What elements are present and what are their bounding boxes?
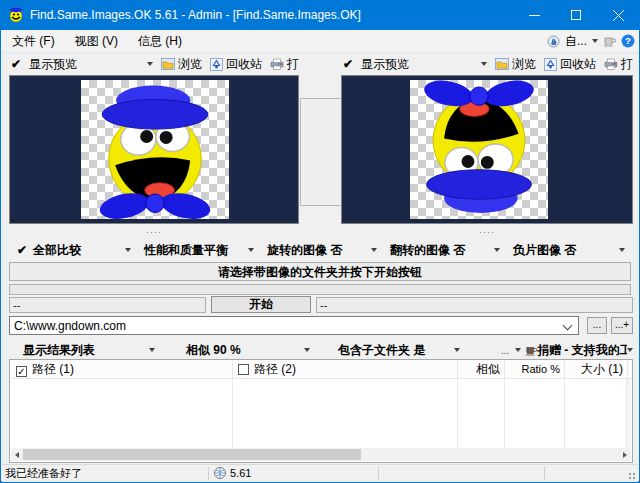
right-preview-pane[interactable]: [341, 75, 633, 224]
quality-arrow-icon[interactable]: [248, 248, 254, 252]
minimize-button[interactable]: [513, 0, 555, 30]
app-window: Find.Same.Images.OK 5.61 - Admin - [Find…: [0, 0, 640, 483]
column-divider-1: [232, 360, 233, 448]
browse-folder-button[interactable]: ...: [587, 317, 607, 334]
right-recycle-label[interactable]: 回收站: [560, 56, 596, 73]
right-preview-check-icon[interactable]: ✔: [343, 57, 353, 71]
option-subfolders[interactable]: 包含子文件夹 是: [338, 343, 460, 357]
horizontal-scrollbar[interactable]: [11, 448, 631, 461]
hand-pointer-icon[interactable]: [547, 35, 560, 48]
path1-checkbox[interactable]: ✓: [16, 366, 27, 377]
rotated-label: 旋转的图像 否: [267, 242, 342, 259]
auto-menu-arrow-icon[interactable]: [592, 39, 598, 43]
scroll-right-icon: [623, 452, 627, 458]
help-icon[interactable]: ?: [621, 34, 635, 48]
results-table-header: ✓路径 (1) 路径 (2) 相似 Ratio % 大小 (1): [10, 360, 632, 379]
donate-cup-icon[interactable]: [603, 35, 616, 47]
app-smiley-icon: [8, 7, 24, 23]
setting-negative[interactable]: 负片图像 否: [513, 243, 625, 257]
column-header-path2[interactable]: 路径 (2): [238, 360, 296, 379]
right-print-icon[interactable]: [604, 58, 618, 70]
left-browse-label[interactable]: 浏览: [178, 56, 202, 73]
column-header-size[interactable]: 大小 (1): [570, 360, 623, 379]
menubar: 文件 (F) 视图 (V) 信息 (H) 自... ?: [2, 30, 639, 53]
negative-arrow-icon[interactable]: [619, 248, 625, 252]
path2-checkbox[interactable]: [238, 364, 249, 375]
option-result-list[interactable]: 显示结果列表: [23, 343, 155, 357]
result-list-label: 显示结果列表: [23, 342, 95, 359]
similarity-arrow-icon[interactable]: [304, 348, 310, 352]
add-folder-button[interactable]: ...+: [611, 317, 633, 334]
result-list-arrow-icon[interactable]: [149, 348, 155, 352]
left-recycle-label[interactable]: 回收站: [226, 56, 262, 73]
option-similarity[interactable]: 相似 90 %: [186, 343, 310, 357]
menu-view[interactable]: 视图 (V): [65, 30, 128, 52]
pane-splitter[interactable]: [300, 98, 340, 206]
right-browse-folder-icon[interactable]: [495, 58, 509, 70]
close-button[interactable]: [597, 0, 639, 30]
left-preview-pane[interactable]: [9, 75, 299, 224]
vertical-scrollbar-area[interactable]: [626, 379, 631, 448]
scrollbar-thumb[interactable]: [23, 449, 361, 460]
right-preview-arrow-icon[interactable]: [481, 62, 487, 66]
instruction-banner: 请选择带图像的文件夹并按下开始按钮: [9, 262, 631, 281]
right-print-label[interactable]: 打: [621, 56, 633, 73]
setting-rotated[interactable]: 旋转的图像 否: [267, 243, 377, 257]
menu-file[interactable]: 文件 (F): [2, 30, 65, 52]
column-header-ratio[interactable]: Ratio %: [510, 360, 560, 379]
rotated-arrow-icon[interactable]: [371, 248, 377, 252]
titlebar[interactable]: Find.Same.Images.OK 5.61 - Admin - [Find…: [1, 0, 639, 30]
left-preview-image: [81, 80, 229, 219]
right-recycle-bin-icon[interactable]: [544, 58, 557, 71]
overflow-label: ...: [501, 345, 509, 356]
quality-label: 性能和质量平衡: [144, 242, 228, 259]
right-splitter-dots[interactable]: ····: [341, 227, 633, 237]
menu-info[interactable]: 信息 (H): [128, 30, 192, 52]
donate-button[interactable]: 捐赠 - 支持我的工...: [525, 343, 633, 357]
left-pane-toolbar: ✔ 显示预览 浏览 回收站 打: [11, 54, 299, 74]
progress-bar: [9, 284, 631, 295]
left-recycle-bin-icon[interactable]: [210, 58, 223, 71]
results-table[interactable]: ✓路径 (1) 路径 (2) 相似 Ratio % 大小 (1): [9, 359, 633, 463]
status-version: 5.61: [230, 466, 251, 481]
compare-all-arrow-icon[interactable]: [125, 248, 131, 252]
similarity-label: 相似 90 %: [186, 342, 241, 359]
combobox-chevron-icon[interactable]: [563, 321, 573, 331]
toolbar-overflow[interactable]: ...: [501, 343, 521, 357]
left-browse-folder-icon[interactable]: [161, 58, 175, 70]
left-preview-arrow-icon[interactable]: [147, 62, 153, 66]
setting-flipped[interactable]: 翻转的图像 否: [390, 243, 500, 257]
folder-path-input[interactable]: [10, 319, 564, 333]
left-print-label[interactable]: 打: [287, 56, 299, 73]
right-preview-image: [410, 80, 548, 219]
left-print-icon[interactable]: [270, 58, 284, 70]
left-status-field[interactable]: --: [9, 297, 206, 313]
scroll-right-button[interactable]: [619, 448, 631, 461]
scroll-left-icon: [15, 452, 19, 458]
setting-compare-all[interactable]: ✔全部比较: [17, 243, 131, 257]
flipped-arrow-icon[interactable]: [494, 248, 500, 252]
folder-path-combobox[interactable]: [9, 316, 579, 335]
donate-label: 捐赠 - 支持我的工...: [537, 342, 627, 359]
path1-label: 路径 (1): [32, 362, 74, 376]
overflow-arrow-icon[interactable]: [515, 348, 521, 352]
flipped-label: 翻转的图像 否: [390, 242, 465, 259]
column-header-path1[interactable]: ✓路径 (1): [16, 360, 74, 379]
right-browse-label[interactable]: 浏览: [512, 56, 536, 73]
close-icon: [613, 10, 624, 21]
left-preview-check-icon[interactable]: ✔: [11, 57, 21, 71]
resize-grip[interactable]: [627, 471, 636, 480]
auto-menu-label[interactable]: 自...: [565, 33, 587, 50]
scroll-left-button[interactable]: [11, 448, 23, 461]
right-preview-label[interactable]: 显示预览: [361, 56, 409, 73]
path2-label: 路径 (2): [254, 362, 296, 376]
right-status-field[interactable]: --: [316, 297, 633, 313]
left-preview-label[interactable]: 显示预览: [29, 56, 77, 73]
maximize-button[interactable]: [555, 0, 597, 30]
subfolders-arrow-icon[interactable]: [454, 348, 460, 352]
donate-arrow-icon[interactable]: [627, 348, 633, 352]
status-divider-2: [378, 467, 379, 480]
start-button[interactable]: 开始: [211, 296, 311, 313]
setting-quality[interactable]: 性能和质量平衡: [144, 243, 254, 257]
left-splitter-dots[interactable]: ····: [9, 227, 299, 237]
